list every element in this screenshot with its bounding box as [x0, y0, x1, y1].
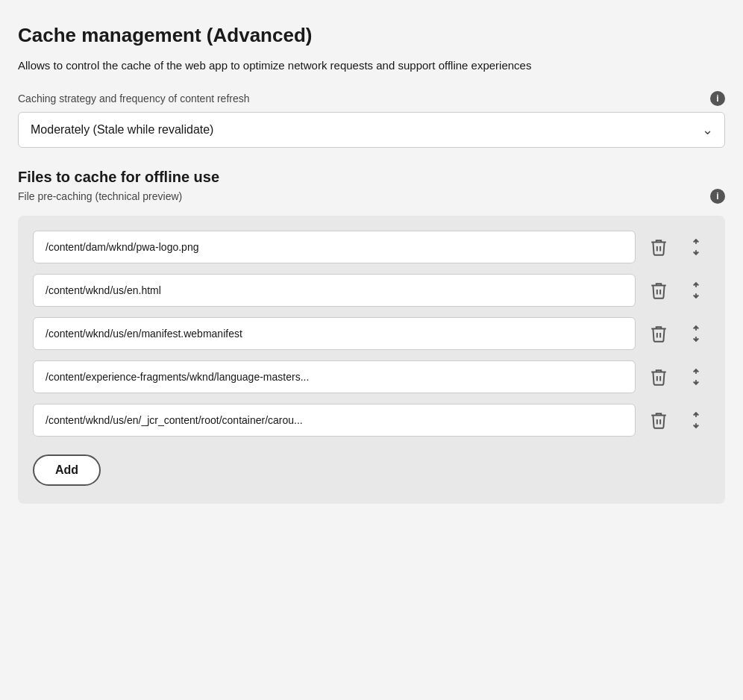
delete-file-1-button[interactable]: [645, 233, 673, 261]
files-section-title: Files to cache for offline use: [18, 169, 725, 186]
file-item-row: [33, 404, 710, 437]
reorder-file-3-button[interactable]: [682, 319, 710, 348]
file-item-row: [33, 274, 710, 307]
files-section-subtitle: File pre-caching (technical preview): [18, 190, 182, 202]
delete-file-2-button[interactable]: [645, 276, 673, 304]
file-input-3[interactable]: [33, 317, 636, 350]
delete-file-3-button[interactable]: [645, 319, 673, 348]
page-description: Allows to control the cache of the web a…: [18, 57, 725, 75]
caching-strategy-select-wrapper: Moderately (Stale while revalidate) ⌄: [18, 112, 725, 148]
files-panel: Add: [18, 216, 725, 504]
reorder-file-2-button[interactable]: [682, 276, 710, 304]
delete-file-5-button[interactable]: [645, 406, 673, 434]
caching-strategy-label: Caching strategy and frequency of conten…: [18, 93, 250, 104]
file-input-5[interactable]: [33, 404, 636, 437]
page-title: Cache management (Advanced): [18, 24, 725, 47]
file-precaching-info-icon[interactable]: i: [710, 189, 725, 204]
caching-strategy-info-icon[interactable]: i: [710, 91, 725, 106]
add-file-button[interactable]: Add: [33, 454, 101, 486]
file-input-4[interactable]: [33, 360, 636, 393]
reorder-file-1-button[interactable]: [682, 233, 710, 261]
file-item-row: [33, 317, 710, 350]
file-item-row: [33, 360, 710, 393]
file-input-2[interactable]: [33, 274, 636, 307]
caching-strategy-select[interactable]: Moderately (Stale while revalidate): [18, 112, 725, 148]
delete-file-4-button[interactable]: [645, 363, 673, 391]
reorder-file-4-button[interactable]: [682, 363, 710, 391]
file-input-1[interactable]: [33, 231, 636, 263]
file-item-row: [33, 231, 710, 263]
reorder-file-5-button[interactable]: [682, 406, 710, 434]
